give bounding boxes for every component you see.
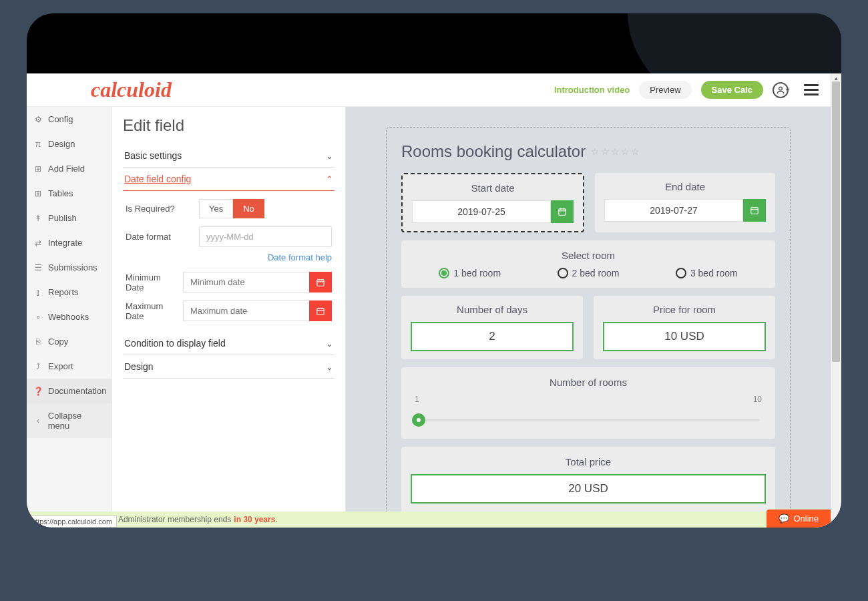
svg-rect-5: [317, 308, 324, 314]
logo: calculoid: [91, 77, 172, 102]
total-price-value: 20 USD: [411, 474, 766, 504]
max-date-picker-button[interactable]: [309, 300, 332, 321]
topbar: calculoid Introduction video Preview Sav…: [27, 73, 831, 107]
sidebar-item-documentation[interactable]: ❓Documentation: [27, 379, 112, 403]
section-label: Date field config: [124, 174, 191, 184]
price-for-room-value: 10 USD: [603, 322, 766, 351]
sidebar-item-copy[interactable]: ⎘Copy: [27, 329, 112, 354]
membership-footer: Your Administrator membership ends in 30…: [27, 512, 831, 528]
svg-rect-1: [317, 279, 324, 285]
menu-icon[interactable]: [804, 84, 819, 95]
calendar-icon: [316, 278, 325, 287]
sidebar-item-design[interactable]: πDesign: [27, 132, 112, 156]
integrate-icon: ⇄: [33, 238, 43, 248]
scrollbar-thumb[interactable]: [832, 81, 840, 362]
sidebar-item-submissions[interactable]: ☰Submissions: [27, 255, 112, 280]
room-option-3[interactable]: 3 bed room: [676, 268, 738, 278]
design-icon: π: [33, 140, 43, 149]
section-label: Basic settings: [124, 150, 182, 161]
sidebar-label: Webhooks: [48, 312, 89, 322]
sidebar-label: Config: [48, 114, 73, 124]
slider-thumb[interactable]: [412, 413, 425, 427]
sidebar-item-export[interactable]: ⤴Export: [27, 354, 112, 379]
sidebar-label: Reports: [48, 287, 79, 297]
section-date-field-config[interactable]: Date field config ⌃: [123, 168, 335, 191]
sidebar-item-publish[interactable]: ↟Publish: [27, 206, 112, 230]
sidebar-label: Design: [48, 139, 75, 149]
chevron-up-icon: ⌃: [326, 174, 333, 184]
online-chat-badge[interactable]: 💬 Online: [767, 510, 831, 528]
help-icon: ❓: [33, 387, 43, 396]
field-label: End date: [604, 181, 766, 192]
sidebar-label: Submissions: [48, 262, 97, 272]
section-basic-settings[interactable]: Basic settings ⌄: [123, 144, 335, 168]
slider-max-label: 10: [753, 395, 762, 404]
scroll-down-arrow[interactable]: ▾: [831, 518, 841, 528]
chevron-down-icon: ⌄: [326, 362, 333, 372]
table-icon: ⊞: [33, 189, 43, 198]
section-body-date-config: Is Required? Yes No Date format Date for…: [123, 191, 335, 332]
section-condition[interactable]: Condition to display field ⌄: [123, 332, 335, 355]
sidebar-label: Copy: [48, 337, 68, 347]
is-required-toggle: Yes No: [199, 199, 264, 218]
save-calc-button[interactable]: Save Calc: [701, 81, 763, 99]
end-date-field[interactable]: End date 2019-07-27: [595, 173, 775, 232]
chevron-left-icon: ‹: [33, 416, 43, 425]
chevron-down-icon: ⌄: [326, 151, 333, 161]
start-date-picker-button[interactable]: [551, 200, 574, 223]
chevron-down-icon: ▾: [786, 86, 789, 93]
toggle-yes[interactable]: Yes: [199, 199, 233, 218]
gear-icon: ⚙: [33, 115, 43, 124]
date-format-label: Date format: [126, 232, 192, 242]
copy-icon: ⎘: [33, 337, 43, 347]
date-format-input[interactable]: [199, 226, 332, 247]
date-format-help-link[interactable]: Date format help: [126, 252, 332, 262]
calculator-title: Rooms booking calculator ☆☆☆☆☆: [401, 142, 775, 161]
calendar-icon: [316, 307, 325, 316]
field-label: Select room: [411, 250, 766, 261]
sidebar-label: Export: [48, 361, 73, 371]
toggle-no[interactable]: No: [233, 199, 264, 218]
sidebar-item-tables[interactable]: ⊞Tables: [27, 181, 112, 206]
total-price-field: Total price 20 USD: [401, 447, 775, 513]
end-date-value[interactable]: 2019-07-27: [604, 199, 743, 222]
sidebar: ⚙Config πDesign ⊞Add Field ⊞Tables ↟Publ…: [27, 107, 112, 528]
section-label: Condition to display field: [124, 338, 226, 349]
edit-field-title: Edit field: [123, 116, 335, 135]
preview-button[interactable]: Preview: [639, 81, 691, 99]
number-of-rooms-field: Number of rooms 1 10: [401, 367, 775, 439]
list-icon: ☰: [33, 263, 43, 272]
field-label: Start date: [412, 182, 574, 194]
browser-scrollbar[interactable]: ▴ ▾: [831, 73, 841, 528]
sidebar-item-webhooks[interactable]: ⚬Webhooks: [27, 305, 112, 329]
field-label: Number of days: [411, 304, 574, 315]
start-date-value[interactable]: 2019-07-25: [412, 200, 551, 223]
user-menu[interactable]: ▾: [773, 82, 789, 98]
room-option-2[interactable]: 2 bed room: [558, 268, 620, 278]
svg-point-0: [779, 87, 783, 90]
introduction-video-link[interactable]: Introduction video: [554, 85, 630, 95]
min-date-input[interactable]: [183, 272, 309, 292]
end-date-picker-button[interactable]: [743, 199, 766, 222]
select-room-field: Select room 1 bed room 2 bed room 3 bed …: [401, 240, 775, 288]
rooms-slider[interactable]: [411, 409, 766, 429]
rating-stars[interactable]: ☆☆☆☆☆: [591, 146, 641, 157]
sidebar-item-integrate[interactable]: ⇄Integrate: [27, 230, 112, 255]
sidebar-label: Collapse menu: [48, 411, 105, 431]
start-date-field[interactable]: Start date 2019-07-25: [401, 173, 584, 232]
chevron-down-icon: ⌄: [326, 339, 333, 349]
min-date-picker-button[interactable]: [309, 272, 332, 292]
max-date-input[interactable]: [183, 300, 309, 321]
room-option-1[interactable]: 1 bed room: [439, 268, 501, 278]
sidebar-label: Add Field: [48, 164, 85, 174]
min-date-label: Minimum Date: [126, 272, 176, 292]
section-design[interactable]: Design ⌄: [123, 355, 335, 379]
sidebar-item-config[interactable]: ⚙Config: [27, 107, 112, 132]
svg-rect-13: [751, 208, 758, 214]
sidebar-item-add-field[interactable]: ⊞Add Field: [27, 156, 112, 181]
edit-field-panel: Edit field Basic settings ⌄ Date field c…: [112, 107, 346, 528]
export-icon: ⤴: [33, 362, 43, 371]
sidebar-item-reports[interactable]: ⫿Reports: [27, 280, 112, 305]
sidebar-label: Integrate: [48, 238, 82, 248]
sidebar-item-collapse[interactable]: ‹Collapse menu: [27, 403, 112, 438]
